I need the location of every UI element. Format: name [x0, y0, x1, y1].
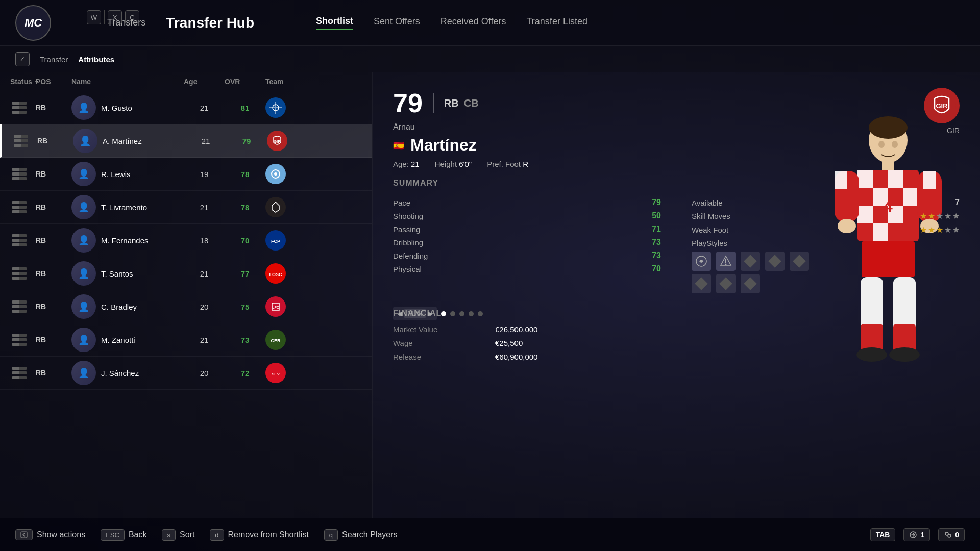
player-ovr: 70 — [225, 236, 265, 245]
table-row[interactable]: RB 👤 M. Zanotti 21 73 CER — [0, 323, 372, 357]
team-logo: LFC — [265, 296, 286, 317]
col-ovr: OVR — [225, 78, 265, 86]
rating-divider — [433, 93, 434, 113]
player-pos: RB — [36, 269, 71, 278]
playstyle-4 — [765, 252, 785, 271]
rating-row: 79 RB CB — [393, 88, 528, 118]
stat-pace: Pace 79 — [393, 196, 661, 209]
table-row[interactable]: RB 👤 C. Bradley 20 75 LFC — [0, 290, 372, 323]
playstyles-icons — [692, 252, 960, 271]
table-row[interactable]: RB 👤 A. Martínez 21 79 GIR — [0, 124, 372, 158]
avatar: 👤 — [73, 129, 97, 153]
release-label: Release — [393, 353, 485, 361]
avatar: 👤 — [71, 228, 96, 253]
player-name: T. Livramento — [101, 203, 147, 212]
player-pos: RB — [37, 137, 73, 145]
player-age: 18 — [184, 236, 225, 245]
tab-transfer-listed[interactable]: Transfer Listed — [527, 16, 587, 29]
dot-3 — [459, 311, 464, 316]
stat-dribbling: Dribbling 73 — [393, 236, 661, 249]
action-back[interactable]: ESC Back — [101, 529, 146, 541]
status-icon — [10, 297, 29, 316]
table-row[interactable]: RB 👤 T. Santos 21 77 LOSC — [0, 257, 372, 290]
club-abbr: GIR — [947, 127, 960, 135]
market-value-label: Market Value — [393, 325, 485, 334]
table-row[interactable]: RB 👤 T. Livramento 21 78 — [0, 191, 372, 224]
team-logo — [265, 164, 286, 184]
club-badge: GIR — [924, 88, 960, 123]
player-last-name: Martínez — [410, 136, 477, 155]
player-name-cell: 👤 R. Lewis — [71, 162, 184, 186]
svg-point-6 — [274, 172, 277, 176]
key-d: d — [210, 529, 224, 541]
table-row[interactable]: RB 👤 R. Lewis 19 78 — [0, 158, 372, 191]
meta-age: Age: 21 — [393, 160, 420, 168]
player-name: R. Lewis — [101, 170, 131, 179]
nav-title: Transfer Hub — [166, 15, 254, 31]
status-icon — [12, 132, 30, 150]
table-row[interactable]: RB 👤 J. Sánchez 20 72 SEV — [0, 357, 372, 390]
nav-count-badge: 1 — [903, 528, 930, 541]
skill-moves-stars: ★ ★ ★ ★ ★ — [920, 211, 960, 221]
avatar: 👤 — [71, 95, 96, 120]
player-pos: RB — [36, 369, 71, 377]
key-c: C — [125, 10, 139, 24]
action-search[interactable]: q Search Players — [324, 529, 398, 541]
stat-defending: Defending 73 — [393, 249, 661, 262]
svg-point-54 — [948, 534, 951, 537]
action-remove[interactable]: d Remove from Shortlist — [210, 529, 309, 541]
player-list-panel: Status POS Name Age OVR Team — [0, 72, 373, 518]
team-logo: SEV — [265, 363, 286, 383]
key-esc: ESC — [101, 529, 125, 541]
player-ovr: 73 — [225, 336, 265, 344]
action-sort[interactable]: s Sort — [162, 529, 194, 541]
svg-text:CER: CER — [271, 338, 281, 343]
svg-rect-51 — [21, 532, 27, 538]
player-age: 21 — [184, 104, 225, 112]
dot-5 — [478, 311, 483, 316]
dot-4 — [469, 311, 474, 316]
playstyles-row2 — [692, 274, 960, 293]
table-row[interactable]: RB 👤 M. Gusto 21 81 — [0, 91, 372, 124]
status-icon — [10, 331, 29, 349]
tab-received-offers[interactable]: Received Offers — [440, 16, 506, 29]
group-count-badge: 0 — [938, 528, 965, 541]
meta-height: Height 6'0" — [435, 160, 472, 168]
status-icon — [10, 264, 29, 283]
team-logo: FCP — [265, 230, 286, 251]
svg-text:SEV: SEV — [272, 372, 280, 377]
tab-sent-offers[interactable]: Sent Offers — [374, 16, 420, 29]
table-row[interactable]: RB 👤 M. Fernandes 18 70 FCP — [0, 224, 372, 257]
playstyle-7 — [716, 274, 736, 293]
action-label: Back — [129, 530, 147, 539]
pos-primary: RB — [444, 97, 459, 109]
player-ovr: 79 — [226, 137, 267, 145]
svg-text:GIR: GIR — [936, 102, 948, 110]
player-ovr: 81 — [225, 104, 265, 112]
tab-shortlist[interactable]: Shortlist — [316, 16, 353, 30]
player-name-cell: 👤 M. Fernandes — [71, 228, 184, 253]
player-rows[interactable]: RB 👤 M. Gusto 21 81 — [0, 91, 372, 518]
subnav-transfer[interactable]: Transfer — [40, 55, 68, 64]
wage: €25,500 — [495, 339, 960, 347]
player-name: T. Santos — [101, 269, 133, 278]
subnav-attributes[interactable]: Attributes — [78, 55, 114, 64]
playstyle-1 — [692, 252, 711, 271]
detail-header: 79 RB CB Arnau 🇪🇸 Martínez — [393, 88, 960, 168]
player-detail-panel: 4 — [373, 72, 980, 518]
player-flag: 🇪🇸 — [393, 140, 404, 152]
avatar: 👤 — [71, 328, 96, 352]
app-logo: MC — [15, 5, 51, 41]
action-show-actions[interactable]: Show actions — [15, 529, 85, 540]
stat-shooting: Shooting 50 — [393, 209, 661, 222]
stats-grid: Pace 79 Shooting 50 Passing 71 — [393, 196, 960, 293]
tab-badge: TAB — [870, 528, 896, 541]
svg-point-50 — [725, 264, 727, 265]
player-name-cell: 👤 C. Bradley — [71, 294, 184, 319]
weak-foot-stars: ★ ★ ★ ★ ★ — [920, 225, 960, 235]
team-logo: GIR — [267, 131, 287, 151]
num-badge: NUM — [404, 309, 426, 318]
player-overall: 79 — [393, 88, 423, 118]
club-badge-container: GIR GIR — [924, 88, 960, 135]
player-pos: RB — [36, 104, 71, 112]
